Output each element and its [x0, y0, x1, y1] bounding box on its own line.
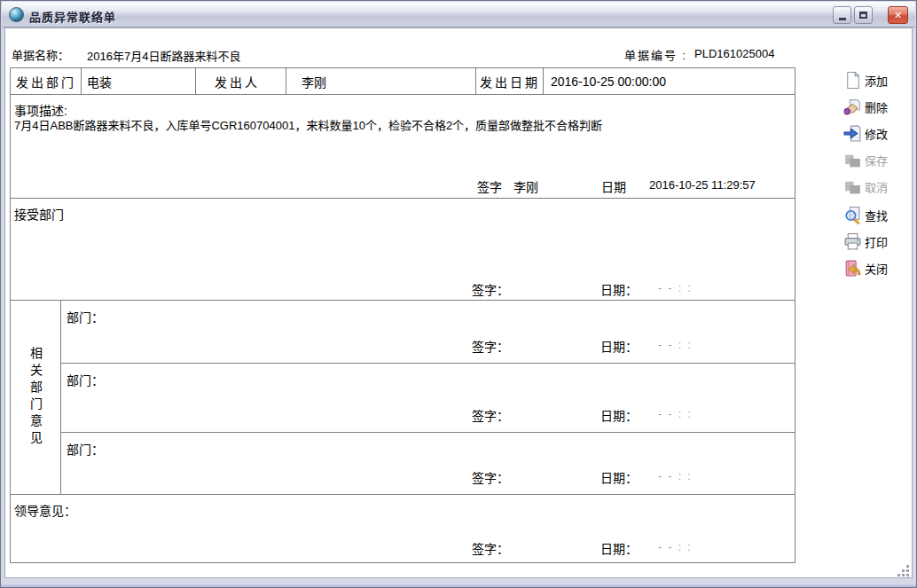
doc-name-value: 2016年7月4日断路器来料不良: [87, 47, 240, 64]
issue-info-row: 发出部门 电装 发出人 李刚 发出日期 2016-10-25 00:00:00: [11, 68, 795, 95]
delete-icon: [843, 98, 862, 116]
accept-sign-label: 签字：: [472, 280, 509, 298]
desc-sign-label: 签字: [477, 177, 502, 195]
app-window: 品质异常联络单 ✕ 单据名称： 2016年7月4日断路器来料不良 单据编号 : …: [0, 0, 917, 588]
leader-date-placeholder: - - : :: [658, 541, 693, 553]
close-form-button[interactable]: 关闭: [843, 257, 914, 278]
doc-no-label: 单据编号 :: [624, 46, 687, 63]
minimize-button[interactable]: [833, 6, 851, 24]
description-section: 事项描述: 7月4日ABB断路器来料不良，入库单号CGR160704001，来料…: [11, 95, 795, 199]
issue-dept-value: 电装: [82, 68, 196, 94]
issuer-value: 李刚: [286, 68, 476, 94]
doc-name-label: 单据名称：: [12, 46, 69, 63]
resize-grip[interactable]: [897, 565, 909, 576]
maximize-button[interactable]: [854, 6, 873, 24]
search-icon: [843, 206, 862, 224]
related-2-sign-label: 签字：: [472, 406, 509, 424]
related-1-date-placeholder: - - : :: [658, 339, 693, 351]
related-3-dept-label: 部门：: [67, 440, 104, 458]
add-button-label: 添加: [865, 72, 888, 89]
cancel-button: 取消: [843, 176, 914, 197]
related-2-date-placeholder: - - : :: [658, 408, 693, 420]
desc-sign-value: 李刚: [513, 177, 538, 195]
search-button[interactable]: 查找: [843, 204, 914, 225]
save-button: 保存: [843, 149, 914, 170]
related-section: 相关部门意见 部门： 签字： 日期： - - : : 部门： 签字： 日期： -…: [11, 301, 795, 495]
related-1-sign-label: 签字：: [472, 337, 509, 355]
issue-date-value: 2016-10-25 00:00:00: [544, 68, 795, 94]
delete-button-label: 删除: [865, 98, 888, 115]
title-bar: 品质异常联络单 ✕: [2, 2, 915, 27]
add-icon: [843, 71, 862, 90]
related-3-date-label: 日期：: [600, 468, 638, 486]
print-button[interactable]: 打印: [843, 231, 914, 252]
issuer-label: 发出人: [196, 68, 286, 94]
description-text: 7月4日ABB断路器来料不良，入库单号CGR160704001，来料数量10个，…: [14, 118, 782, 133]
related-3-sign-label: 签字：: [472, 468, 509, 486]
cancel-button-label: 取消: [865, 178, 888, 195]
related-3-date-placeholder: - - : :: [658, 470, 693, 482]
app-globe-icon: [9, 7, 24, 22]
issue-dept-label: 发出部门: [11, 68, 82, 94]
accept-section: 接受部门 签字： 日期： - - : :: [11, 199, 795, 301]
leader-date-label: 日期：: [600, 539, 638, 557]
related-rows: 部门： 签字： 日期： - - : : 部门： 签字： 日期： - - : : …: [61, 301, 795, 494]
print-icon: [843, 232, 862, 251]
close-book-icon: [843, 259, 862, 278]
related-1-date-label: 日期：: [600, 337, 638, 355]
related-row-2: 部门： 签字： 日期： - - : :: [61, 364, 795, 433]
search-button-label: 查找: [865, 207, 888, 223]
save-icon: [843, 151, 862, 169]
window-bottom-edge: [1, 584, 916, 587]
related-label: 相关部门意见: [27, 347, 44, 448]
desc-date-label: 日期: [601, 177, 626, 195]
related-2-date-label: 日期：: [600, 406, 638, 424]
accept-date-label: 日期：: [600, 280, 638, 298]
add-button[interactable]: 添加: [843, 69, 914, 90]
print-button-label: 打印: [865, 233, 888, 250]
modify-icon: [843, 124, 862, 143]
accept-date-placeholder: - - : :: [658, 282, 693, 294]
maximize-icon: [859, 12, 867, 19]
accept-label: 接受部门: [14, 205, 64, 223]
modify-button-label: 修改: [865, 125, 888, 142]
desc-date-value: 2016-10-25 11:29:57: [649, 178, 756, 192]
leader-label: 领导意见：: [14, 501, 76, 519]
leader-section: 领导意见： 签字： 日期： - - : :: [11, 495, 795, 562]
minimize-icon: [839, 18, 846, 20]
close-button[interactable]: ✕: [888, 6, 908, 24]
related-row-3: 部门： 签字： 日期： - - : :: [61, 433, 795, 495]
description-label: 事项描述:: [14, 101, 67, 119]
window-title: 品质异常联络单: [29, 8, 116, 25]
modify-button[interactable]: 修改: [843, 122, 914, 144]
leader-sign-label: 签字：: [472, 539, 509, 557]
related-row-1: 部门： 签字： 日期： - - : :: [61, 301, 795, 364]
related-section-header: 相关部门意见: [11, 301, 61, 494]
delete-button[interactable]: 删除: [843, 96, 914, 117]
cancel-icon: [843, 177, 862, 196]
close-form-button-label: 关闭: [865, 260, 888, 277]
save-button-label: 保存: [865, 152, 888, 169]
related-1-dept-label: 部门：: [67, 308, 104, 325]
quality-form-table: 发出部门 电装 发出人 李刚 发出日期 2016-10-25 00:00:00 …: [10, 67, 796, 563]
related-2-dept-label: 部门：: [67, 371, 104, 388]
issue-date-label: 发出日期: [476, 68, 544, 94]
close-icon: ✕: [894, 10, 902, 20]
doc-no-value: PLD161025004: [694, 47, 774, 60]
